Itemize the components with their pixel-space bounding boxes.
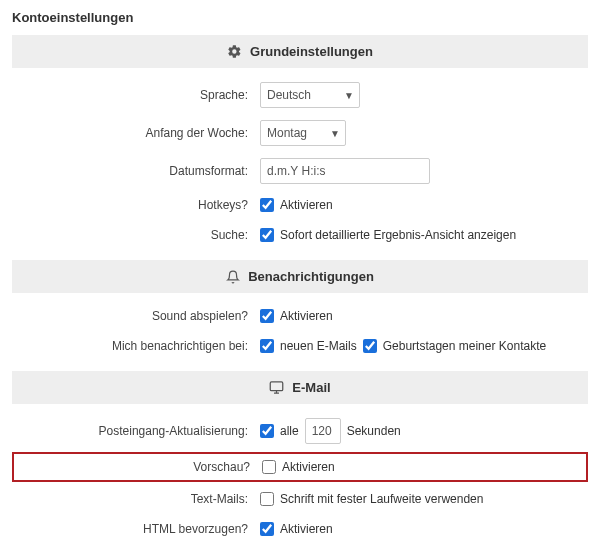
- notify-bday-option: Geburtstagen meiner Kontakte: [383, 339, 546, 353]
- refresh-suffix: Sekunden: [347, 424, 401, 438]
- label-language: Sprache:: [12, 88, 260, 102]
- row-search: Suche: Sofort detaillierte Ergebnis-Ansi…: [12, 220, 588, 250]
- label-dateformat: Datumsformat:: [12, 164, 260, 178]
- textmails-checkbox[interactable]: [260, 492, 274, 506]
- label-weekstart: Anfang der Woche:: [12, 126, 260, 140]
- label-refresh: Posteingang-Aktualisierung:: [12, 424, 260, 438]
- dateformat-input[interactable]: [260, 158, 430, 184]
- row-notifyon: Mich benachrichtigen bei: neuen E-Mails …: [12, 331, 588, 361]
- hotkeys-checkbox[interactable]: [260, 198, 274, 212]
- preferhtml-checkbox[interactable]: [260, 522, 274, 536]
- search-option: Sofort detaillierte Ergebnis-Ansicht anz…: [280, 228, 516, 242]
- row-hotkeys: Hotkeys? Aktivieren: [12, 190, 588, 220]
- preferhtml-option: Aktivieren: [280, 522, 333, 536]
- gear-icon: [227, 44, 242, 59]
- label-preview: Vorschau?: [14, 460, 262, 474]
- row-weekstart: Anfang der Woche: Montag ▼: [12, 114, 588, 152]
- label-hotkeys: Hotkeys?: [12, 198, 260, 212]
- notify-email-option: neuen E-Mails: [280, 339, 357, 353]
- section-title-email: E-Mail: [292, 380, 330, 395]
- row-language: Sprache: Deutsch ▼: [12, 76, 588, 114]
- sound-checkbox[interactable]: [260, 309, 274, 323]
- section-header-notifications: Benachrichtigungen: [12, 260, 588, 293]
- row-sound: Sound abspielen? Aktivieren: [12, 301, 588, 331]
- weekstart-select[interactable]: Montag: [260, 120, 346, 146]
- row-refresh: Posteingang-Aktualisierung: alle Sekunde…: [12, 412, 588, 450]
- preview-option: Aktivieren: [282, 460, 335, 474]
- monitor-icon: [269, 380, 284, 395]
- page-title: Kontoeinstellungen: [12, 10, 588, 25]
- refresh-seconds-input[interactable]: [305, 418, 341, 444]
- label-preferhtml: HTML bevorzugen?: [12, 522, 260, 536]
- label-notifyon: Mich benachrichtigen bei:: [12, 339, 260, 353]
- section-body-notifications: Sound abspielen? Aktivieren Mich benachr…: [12, 293, 588, 367]
- section-title-notifications: Benachrichtigungen: [248, 269, 374, 284]
- hotkeys-option: Aktivieren: [280, 198, 333, 212]
- section-body-email: Posteingang-Aktualisierung: alle Sekunde…: [12, 404, 588, 547]
- notify-email-checkbox[interactable]: [260, 339, 274, 353]
- label-search: Suche:: [12, 228, 260, 242]
- sound-option: Aktivieren: [280, 309, 333, 323]
- label-textmails: Text-Mails:: [12, 492, 260, 506]
- account-settings-page: Kontoeinstellungen Grundeinstellungen Sp…: [0, 0, 600, 547]
- refresh-checkbox[interactable]: [260, 424, 274, 438]
- bell-icon: [226, 270, 240, 284]
- section-body-basic: Sprache: Deutsch ▼ Anfang der Woche: Mon…: [12, 68, 588, 256]
- textmails-option: Schrift mit fester Laufweite verwenden: [280, 492, 483, 506]
- section-header-basic: Grundeinstellungen: [12, 35, 588, 68]
- label-sound: Sound abspielen?: [12, 309, 260, 323]
- language-select[interactable]: Deutsch: [260, 82, 360, 108]
- svg-rect-0: [271, 382, 284, 391]
- section-title-basic: Grundeinstellungen: [250, 44, 373, 59]
- row-preferhtml: HTML bevorzugen? Aktivieren: [12, 514, 588, 544]
- row-textmails: Text-Mails: Schrift mit fester Laufweite…: [12, 484, 588, 514]
- search-checkbox[interactable]: [260, 228, 274, 242]
- preview-checkbox[interactable]: [262, 460, 276, 474]
- row-preview: Vorschau? Aktivieren: [12, 452, 588, 482]
- notify-bday-checkbox[interactable]: [363, 339, 377, 353]
- section-header-email: E-Mail: [12, 371, 588, 404]
- refresh-prefix: alle: [280, 424, 299, 438]
- row-dateformat: Datumsformat:: [12, 152, 588, 190]
